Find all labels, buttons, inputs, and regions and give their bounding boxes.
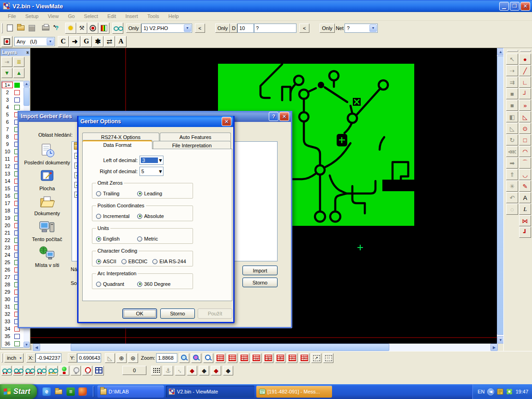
close-button[interactable]: ✕ [520,2,530,11]
circle-aperture-button[interactable]: C [58,36,69,47]
dcode-button[interactable]: D [230,24,237,33]
language-indicator[interactable]: EN [478,389,484,394]
layer-color-swatch[interactable] [14,83,20,88]
radio-icon[interactable] [96,282,101,287]
open-file-button[interactable] [15,23,26,34]
pad-mixed-icon[interactable]: ◆ [211,366,221,375]
lamp-off-icon[interactable] [71,366,81,375]
pad-corner-icon[interactable]: ◆ [223,366,233,375]
layers-panel-titlebar[interactable]: Layers x [0,48,30,56]
pan-right-icon[interactable]: → [251,353,261,363]
highlight-on-icon[interactable] [59,366,69,375]
text-button[interactable]: A [115,36,127,47]
select-filter-combo[interactable]: Any (U) ▼ [14,37,55,46]
menu-tools[interactable]: Tools [143,12,163,20]
radio-quadrant[interactable]: Quadrant [96,279,137,289]
scroll-down-button[interactable]: ▼ [24,342,30,348]
import-button[interactable]: Import [242,266,278,275]
examine-button[interactable] [112,23,123,34]
new-file-button[interactable] [4,23,15,34]
radio-icon[interactable] [121,259,127,264]
arc2-tool-icon[interactable]: ◡ [519,169,531,180]
view-flash-icon[interactable] [24,366,35,375]
layer-combo[interactable]: 1) V2.PHO ▼ [141,24,192,33]
move-object-icon[interactable]: ➡ [506,157,518,169]
window-zoom-icon[interactable]: ↗ [311,353,321,363]
layer-row-1+[interactable]: 1+ [2,81,24,89]
radio-eia-rs-244[interactable]: EIA RS-244 [152,257,186,266]
grid-value-field[interactable]: 0 [122,366,146,375]
tab-auto-features[interactable]: Auto Features [160,133,231,141]
radio-ebcdic[interactable]: EBCDIC [121,257,148,266]
vector-tool-icon[interactable]: » [519,100,531,111]
minimize-button[interactable]: ▁ [499,2,509,11]
filled-rect-2-icon[interactable]: ■ [506,100,518,111]
undo-icon[interactable]: ↶ [506,192,518,203]
circle-tool-icon[interactable]: ⊙ [519,123,531,134]
radio-metric[interactable]: Metric [137,234,178,243]
menu-file[interactable]: File [4,12,20,20]
only-net-button[interactable]: Only [320,24,335,33]
cancel-button[interactable]: Storno [242,278,278,287]
place-recent-documents[interactable]: Poslední dokumenty [24,143,71,165]
scale-icon[interactable]: ⋘ [506,146,518,157]
ie-icon[interactable]: e [42,387,51,396]
filled-rect-icon[interactable]: ■ [506,88,518,99]
scroll-up-button[interactable]: ▲ [24,81,30,87]
only-layer-button[interactable]: Only [126,24,141,33]
hook-tool-icon[interactable]: ┛ [519,227,531,238]
prev-dcode-button[interactable]: < [299,24,309,33]
y-coord-button[interactable]: Y: [68,353,77,363]
label-tool-icon[interactable]: L [519,204,531,215]
layer-color-swatch[interactable] [14,341,20,346]
grid-full-icon[interactable] [227,353,237,363]
close-button[interactable]: ✕ [222,117,231,126]
radio-incremental[interactable]: Incremental [96,212,137,221]
pad-solid-icon[interactable]: ◆ [187,366,197,375]
menu-select[interactable]: Select [80,12,103,20]
menu-go[interactable]: Go [64,12,79,20]
layer-color-swatch[interactable] [14,97,20,103]
measure-tool-button[interactable]: ⚒ [76,23,87,34]
unit-combo[interactable]: inch ▼ [4,353,24,363]
menu-insert[interactable]: Insert [121,12,142,20]
radio-icon[interactable] [137,236,142,242]
icq-tray-icon[interactable] [506,388,513,395]
gerber-dialog-titlebar[interactable]: Gerber Options ✕ [79,116,233,127]
task-mlab[interactable]: D:\MLAB [97,386,164,398]
select-cursor-icon[interactable]: ↖ [506,54,518,65]
layer-row-2[interactable]: 2 [2,89,24,96]
dot-select-icon[interactable]: ∷ [323,353,333,363]
radio-icon[interactable] [96,214,101,219]
shear-icon[interactable]: ◺ [506,123,518,134]
radio-leading[interactable]: Leading [137,189,178,198]
cancel-button[interactable]: Storno [160,308,195,319]
y-coord-field[interactable]: 0.690643 [77,353,101,363]
print-button[interactable] [40,23,51,34]
view-pads-icon[interactable] [1,366,12,375]
task-viewmate[interactable]: V2.bin - ViewMate [166,386,254,398]
triangle-tool-icon[interactable]: ◺ [519,111,531,122]
help-button[interactable]: ? [269,112,278,121]
close-button[interactable]: ✕ [279,112,289,121]
mirror-icon[interactable]: ◧ [506,111,518,122]
view-traces-icon[interactable] [13,366,23,375]
arc-tool-icon[interactable]: ◠ [519,146,531,157]
chevron-down-icon[interactable]: ▼ [158,169,163,174]
left-of-decimal-combo[interactable]: 3▼ [139,156,163,165]
radio-english[interactable]: English [96,234,137,243]
line-tool-icon[interactable]: ╱ [519,65,531,76]
layer-color-swatch[interactable] [14,334,20,339]
radio-icon[interactable] [137,282,142,287]
view-sketch-icon[interactable] [48,366,58,375]
flash-button[interactable]: ✱ [92,36,103,47]
place-my-computer[interactable]: Tento počítač [24,220,71,242]
radio-icon[interactable] [96,259,101,264]
collapse-tray-icon[interactable]: ◀ [487,388,494,395]
x-coord-button[interactable]: X: [26,353,36,363]
horizontal-scrollbar[interactable]: ◀ ▶ [29,344,503,351]
pan-left-icon[interactable]: ← [239,353,249,363]
zoom-in-icon[interactable] [179,353,189,363]
grid-offset-icon[interactable]: ▫ [299,353,309,363]
chevron-down-icon[interactable]: ▼ [47,38,54,45]
